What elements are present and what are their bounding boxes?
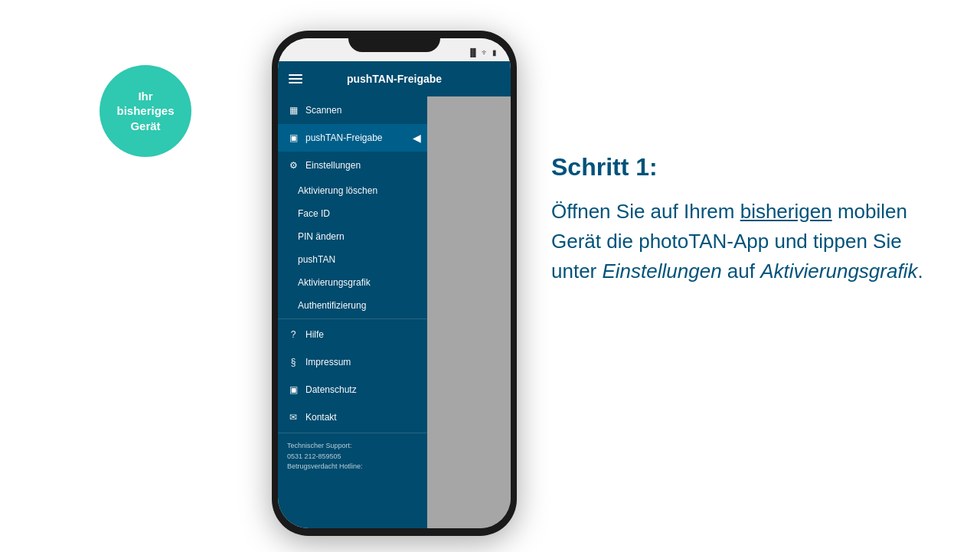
badge-circle: IhrbisherigesGerät xyxy=(100,65,191,157)
step-body-part1: Öffnen Sie auf Ihrem xyxy=(551,200,740,223)
sidebar-label-einstellungen: Einstellungen xyxy=(305,160,361,171)
status-icons: ▐▌ ᯤ ▮ xyxy=(468,48,497,57)
sidebar-item-datenschutz[interactable]: ▣ Datenschutz xyxy=(278,376,427,403)
sidebar-item-kontakt[interactable]: ✉ Kontakt xyxy=(278,403,427,431)
sidebar-sub-label-0: Aktivierung löschen xyxy=(298,185,377,196)
sidebar-item-scannen[interactable]: ▦ Scannen xyxy=(278,96,427,124)
badge-text: IhrbisherigesGerät xyxy=(116,89,174,134)
step-body: Öffnen Sie auf Ihrem bisherigen mobilen … xyxy=(551,197,934,286)
phone-device: ▐▌ ᯤ ▮ pushTAN-Freigabe ▦ Scannen xyxy=(272,31,517,536)
main-content-background xyxy=(427,96,511,528)
sidebar-sub-face-id[interactable]: Face ID xyxy=(278,202,427,225)
support-phone: 0531 212-859505 xyxy=(287,452,418,462)
step-body-part3: auf xyxy=(722,260,761,283)
sidebar-sub-pin[interactable]: PIN ändern xyxy=(278,225,427,248)
sidebar-label-hilfe: Hilfe xyxy=(305,329,324,340)
sidebar-sub-aktivierungsgrafik[interactable]: Aktivierungsgrafik xyxy=(278,271,427,294)
sidebar-sub-pushtan[interactable]: pushTAN xyxy=(278,248,427,271)
support-label: Technischer Support: xyxy=(287,441,418,452)
sidebar-item-hilfe[interactable]: ? Hilfe xyxy=(278,321,427,348)
signal-icon: ▐▌ xyxy=(468,48,479,57)
sidebar-sub-label-1: Face ID xyxy=(298,208,330,219)
kontakt-icon: ✉ xyxy=(287,411,299,423)
sidebar-item-einstellungen[interactable]: ⚙ Einstellungen xyxy=(278,152,427,179)
sidebar: ▦ Scannen ▣ pushTAN-Freigabe ◀ ⚙ Einstel… xyxy=(278,96,427,528)
phone-notch xyxy=(348,31,440,52)
sidebar-sub-label-2: PIN ändern xyxy=(298,231,345,242)
pushtan-icon: ▣ xyxy=(287,132,299,144)
sidebar-label-pushtan: pushTAN-Freigabe xyxy=(305,132,383,143)
sidebar-item-impressum[interactable]: § Impressum xyxy=(278,348,427,376)
step-title: Schritt 1: xyxy=(551,153,934,181)
step-description: Schritt 1: Öffnen Sie auf Ihrem bisherig… xyxy=(551,153,934,286)
sidebar-label-impressum: Impressum xyxy=(305,357,351,367)
sidebar-sub-authentifizierung[interactable]: Authentifizierung xyxy=(278,294,427,317)
step-body-end: . xyxy=(917,260,923,283)
sidebar-sub-label-5: Authentifizierung xyxy=(298,300,366,311)
wifi-icon: ᯤ xyxy=(482,48,489,57)
impressum-icon: § xyxy=(287,356,299,368)
divider-1 xyxy=(278,318,427,319)
hamburger-menu-icon[interactable] xyxy=(289,74,302,83)
phone-screen: ▐▌ ᯤ ▮ pushTAN-Freigabe ▦ Scannen xyxy=(278,38,511,528)
datenschutz-icon: ▣ xyxy=(287,384,299,396)
settings-icon: ⚙ xyxy=(287,159,299,171)
sidebar-label-scannen: Scannen xyxy=(305,105,341,116)
divider-2 xyxy=(278,433,427,433)
sidebar-label-kontakt: Kontakt xyxy=(305,412,337,423)
support-info: Technischer Support: 0531 212-859505 Bet… xyxy=(278,435,427,479)
step-body-underline: bisherigen xyxy=(740,200,832,223)
arrow-icon: ◀ xyxy=(413,132,421,144)
step-body-italic2: Aktivierungsgrafik xyxy=(760,260,917,283)
step-body-italic1: Einstellungen xyxy=(603,260,722,283)
battery-icon: ▮ xyxy=(492,48,497,57)
sidebar-sub-label-4: Aktivierungsgrafik xyxy=(298,277,371,288)
fraud-label: Betrugsverdacht Hotline: xyxy=(287,462,418,472)
help-icon: ? xyxy=(287,328,299,341)
sidebar-item-pushtan[interactable]: ▣ pushTAN-Freigabe ◀ xyxy=(278,124,427,152)
sidebar-sub-label-3: pushTAN xyxy=(298,254,335,265)
app-header: pushTAN-Freigabe xyxy=(278,61,511,96)
app-title: pushTAN-Freigabe xyxy=(347,73,442,85)
sidebar-sub-aktivierung-loschen[interactable]: Aktivierung löschen xyxy=(278,179,427,202)
sidebar-label-datenschutz: Datenschutz xyxy=(305,384,357,395)
scan-icon: ▦ xyxy=(287,104,299,116)
screen-content: ▦ Scannen ▣ pushTAN-Freigabe ◀ ⚙ Einstel… xyxy=(278,96,511,528)
